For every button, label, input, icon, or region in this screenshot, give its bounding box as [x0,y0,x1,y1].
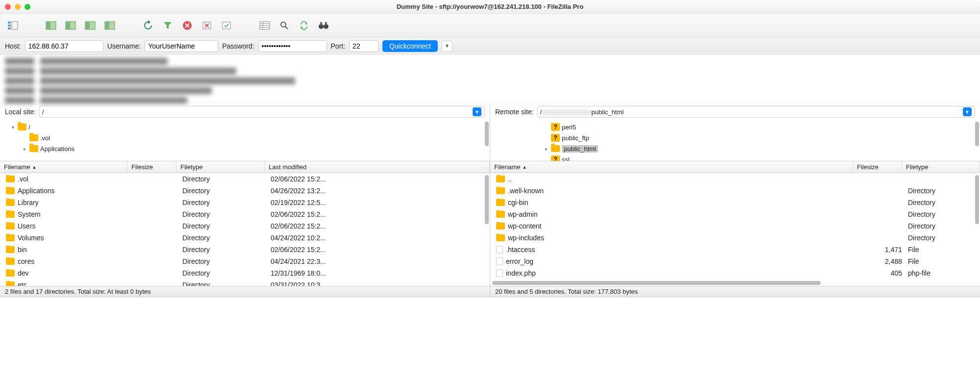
local-directory-tree[interactable]: ▾/.vol▸Applications [0,120,490,161]
svg-rect-1 [8,25,11,26]
filter-icon[interactable] [160,18,176,33]
quickconnect-history-dropdown[interactable]: ▼ [442,41,452,51]
folder-icon [496,211,505,218]
folder-icon [6,234,15,241]
tree-item[interactable]: ▸public_html [490,143,980,154]
zoom-icon[interactable] [25,4,30,10]
list-item[interactable]: .. [490,173,980,185]
disconnect-icon[interactable] [199,18,215,33]
tree-item[interactable]: ?ssl [490,154,980,161]
dir-listing-icon[interactable] [257,18,273,33]
column-header-filesize[interactable]: Filesize [127,161,176,173]
file-icon [496,257,503,265]
password-input[interactable] [258,40,327,52]
binoculars-icon[interactable] [316,18,331,33]
list-item[interactable]: SystemDirectory02/06/2022 15:2... [0,208,490,220]
list-item[interactable]: ApplicationsDirectory04/26/2022 13:2... [0,185,490,197]
port-label: Port: [331,42,346,50]
list-item[interactable]: wp-includesDirectory [490,232,980,244]
local-path-input[interactable]: / ▼ [39,106,485,118]
list-item[interactable]: VolumesDirectory04/24/2022 10:2... [0,232,490,244]
toggle-local-tree-icon[interactable] [63,18,78,33]
disclosure-icon[interactable]: ▸ [22,146,27,152]
folder-icon [551,145,560,152]
reconnect-icon[interactable] [219,18,234,33]
list-item[interactable]: .well-knownDirectory [490,185,980,197]
remote-directory-tree[interactable]: ?perl5?public_ftp▸public_html?ssl [490,120,980,161]
quickconnect-button[interactable]: Quickconnect [382,40,438,52]
svg-point-20 [281,22,286,27]
local-file-headers: Filename▲ Filesize Filetype Last modifie… [0,161,490,173]
column-header-filetype[interactable]: Filetype [176,161,265,173]
tree-item[interactable]: ?perl5 [490,122,980,132]
host-input[interactable] [25,40,103,52]
folder-icon [6,187,15,194]
list-item[interactable]: .htaccess1,471File [490,244,980,255]
chevron-down-icon[interactable]: ▼ [963,107,972,116]
scrollbar-horizontal[interactable] [492,281,821,285]
toggle-log-icon[interactable] [43,18,59,33]
toggle-queue-icon[interactable] [102,18,118,33]
file-icon [496,269,503,277]
remote-pane: Remote site: / xxxxxxxxxxxxxxx/ public_h… [490,104,980,297]
tree-item[interactable]: ▸Applications [0,143,490,154]
list-item[interactable]: error_log2,488File [490,255,980,267]
list-item[interactable]: wp-contentDirectory [490,220,980,232]
toggle-remote-tree-icon[interactable] [82,18,98,33]
refresh-icon[interactable] [140,18,156,33]
svg-rect-11 [105,22,109,29]
svg-rect-0 [8,22,11,24]
list-item[interactable]: LibraryDirectory02/19/2022 12:5... [0,197,490,208]
close-icon[interactable] [5,4,11,10]
tree-item[interactable]: ▾/ [0,122,490,132]
site-manager-icon[interactable] [5,18,21,33]
scrollbar[interactable] [975,122,979,146]
toolbar [0,14,980,37]
sort-asc-icon: ▲ [522,165,527,170]
disclosure-icon[interactable]: ▸ [543,146,549,152]
list-item[interactable]: cgi-binDirectory [490,197,980,208]
column-header-modified[interactable]: Last modified [265,161,490,173]
message-log[interactable] [0,55,980,104]
local-file-list[interactable]: .volDirectory02/06/2022 15:2...Applicati… [0,173,490,286]
svg-rect-3 [12,22,18,29]
list-item[interactable]: .volDirectory02/06/2022 15:2... [0,173,490,185]
column-header-filename[interactable]: Filename▲ [0,161,127,173]
remote-file-list[interactable]: ...well-knownDirectorycgi-binDirectorywp… [490,173,980,286]
remote-path-input[interactable]: / xxxxxxxxxxxxxxx/ public_html ▼ [537,106,975,118]
list-item[interactable]: wp-adminDirectory [490,208,980,220]
scrollbar[interactable] [485,122,489,146]
list-item[interactable]: coresDirectory04/24/2021 22:3... [0,255,490,267]
file-icon [496,246,503,254]
column-header-filetype[interactable]: Filetype [902,161,980,173]
scrollbar[interactable] [485,175,489,224]
tree-item[interactable]: ?public_ftp [490,132,980,143]
window-title: Dummy Site - sftp://yourwow7@162.241.218… [397,3,583,10]
username-input[interactable] [145,40,218,52]
list-item[interactable]: UsersDirectory02/06/2022 15:2... [0,220,490,232]
folder-icon [29,134,38,141]
folder-icon [496,176,505,182]
list-item[interactable]: etcDirectory03/31/2022 10:3... [0,279,490,286]
unknown-folder-icon: ? [551,134,560,142]
list-item[interactable]: index.php405php-file [490,267,980,279]
svg-rect-14 [223,22,230,29]
scrollbar[interactable] [975,175,979,224]
cancel-icon[interactable] [179,18,195,33]
tree-item[interactable]: .vol [0,132,490,143]
port-input[interactable] [349,40,378,52]
folder-icon [496,223,505,229]
list-item[interactable]: devDirectory12/31/1969 18:0... [0,267,490,279]
minimize-icon[interactable] [15,4,21,10]
folder-icon [29,145,38,152]
folder-icon [6,223,15,229]
chevron-down-icon[interactable]: ▼ [473,107,481,116]
column-header-filesize[interactable]: Filesize [853,161,902,173]
disclosure-icon[interactable]: ▾ [10,125,16,130]
folder-icon [496,187,505,194]
sync-browse-icon[interactable] [296,18,312,33]
column-header-filename[interactable]: Filename▲ [490,161,853,173]
list-item[interactable]: binDirectory02/06/2022 15:2... [0,244,490,255]
host-label: Host: [5,42,21,50]
search-icon[interactable] [276,18,292,33]
